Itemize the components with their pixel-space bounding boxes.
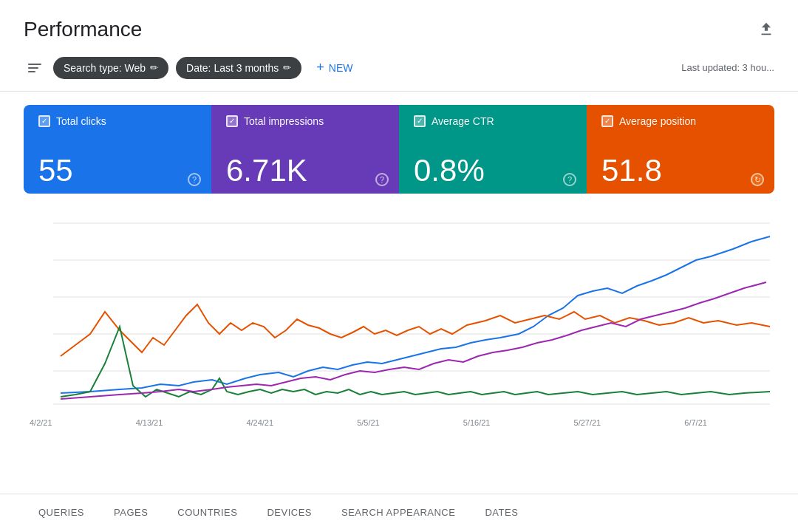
x-label-2: 4/24/21: [246, 418, 273, 427]
clicks-label: Total clicks: [56, 115, 106, 127]
position-label: Average position: [619, 115, 696, 127]
date-edit-icon: ✏: [283, 62, 291, 73]
clicks-value: 55: [38, 155, 197, 186]
metric-card-ctr[interactable]: Average CTR 0.8% ?: [399, 105, 587, 194]
x-label-1: 4/13/21: [136, 418, 163, 427]
metric-card-clicks[interactable]: Total clicks 55 ?: [24, 105, 211, 194]
tab-countries[interactable]: COUNTRIES: [163, 494, 252, 532]
bottom-tabs: QUERIES PAGES COUNTRIES DEVICES SEARCH A…: [0, 494, 798, 532]
date-chip[interactable]: Date: Last 3 months ✏: [176, 57, 301, 79]
x-label-4: 5/16/21: [463, 418, 491, 427]
x-label-5: 5/27/21: [574, 418, 601, 427]
search-type-chip[interactable]: Search type: Web ✏: [53, 57, 168, 79]
position-checkbox: [601, 115, 613, 127]
tab-search-appearance[interactable]: SEARCH APPEARANCE: [327, 494, 470, 532]
impressions-label: Total impressions: [244, 115, 324, 127]
header: Performance: [0, 0, 798, 47]
search-type-edit-icon: ✏: [150, 62, 158, 73]
x-label-6: 6/7/21: [684, 418, 707, 427]
filter-button[interactable]: [24, 61, 46, 75]
tab-dates[interactable]: DATES: [470, 494, 533, 532]
performance-chart: [24, 208, 774, 415]
x-axis-labels: 4/2/21 4/13/21 4/24/21 5/5/21 5/16/21 5/…: [0, 415, 798, 427]
metric-card-impressions[interactable]: Total impressions 6.71K ?: [211, 105, 399, 194]
x-label-0: 4/2/21: [30, 418, 52, 427]
clicks-checkbox: [38, 115, 50, 127]
metric-card-position[interactable]: Average position 51.8 ↻: [587, 105, 774, 194]
ctr-label: Average CTR: [432, 115, 494, 127]
position-help-icon[interactable]: ↻: [751, 173, 764, 186]
metric-cards: Total clicks 55 ? Total impressions 6.71…: [24, 105, 774, 194]
tab-devices[interactable]: DEVICES: [252, 494, 327, 532]
new-label: NEW: [329, 62, 353, 74]
date-label: Date: Last 3 months: [186, 62, 279, 74]
ctr-value: 0.8%: [414, 155, 572, 186]
ctr-help-icon[interactable]: ?: [563, 173, 576, 186]
new-button[interactable]: + NEW: [309, 55, 360, 81]
impressions-help-icon[interactable]: ?: [375, 173, 389, 186]
toolbar: Search type: Web ✏ Date: Last 3 months ✏…: [0, 47, 798, 92]
page-title: Performance: [24, 18, 142, 41]
clicks-help-icon[interactable]: ?: [188, 173, 201, 186]
last-updated-text: Last updated: 3 hou...: [681, 62, 774, 73]
x-label-3: 5/5/21: [357, 418, 380, 427]
filter-icon: [28, 64, 41, 72]
download-button[interactable]: [758, 21, 774, 38]
ctr-checkbox: [414, 115, 426, 127]
plus-icon: +: [316, 60, 324, 75]
impressions-value: 6.71K: [226, 155, 384, 186]
chart-area: [24, 208, 774, 415]
search-type-label: Search type: Web: [64, 62, 146, 74]
impressions-checkbox: [226, 115, 238, 127]
tab-pages[interactable]: PAGES: [99, 494, 163, 532]
position-value: 51.8: [601, 155, 760, 186]
tab-queries[interactable]: QUERIES: [24, 494, 99, 532]
page-container: Performance Search type: Web ✏ Date: Las…: [0, 0, 798, 532]
